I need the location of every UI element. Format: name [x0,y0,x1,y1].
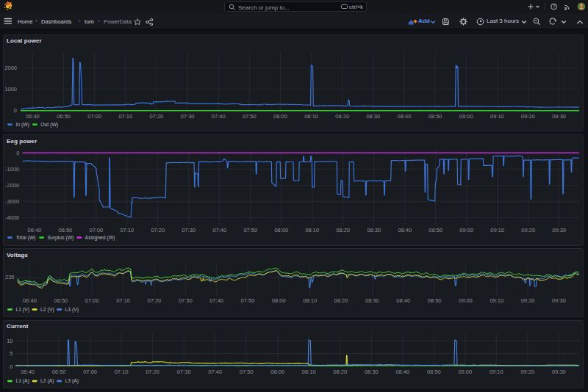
svg-text:06:50: 06:50 [57,113,71,120]
svg-text:07:10: 07:10 [116,297,130,304]
svg-text:07:20: 07:20 [146,369,159,375]
svg-text:08:30: 08:30 [365,297,379,304]
svg-text:07:20: 07:20 [148,297,162,304]
svg-text:08:10: 08:10 [303,297,317,304]
svg-text:06:40: 06:40 [23,297,37,304]
svg-text:09:10: 09:10 [490,113,504,120]
svg-text:06:40: 06:40 [28,227,42,233]
svg-text:07:00: 07:00 [85,297,99,304]
svg-text:07:50: 07:50 [243,227,257,233]
svg-text:09:00: 09:00 [459,297,473,304]
svg-text:09:10: 09:10 [490,297,503,304]
svg-text:08:40: 08:40 [395,369,409,375]
svg-text:08:50: 08:50 [427,369,441,375]
svg-text:07:40: 07:40 [212,227,226,233]
svg-text:Assigned (W): Assigned (W) [85,235,115,241]
svg-text:-2000: -2000 [5,182,19,189]
svg-text:07:20: 07:20 [151,227,165,233]
svg-text:07:50: 07:50 [240,369,254,375]
svg-text:-3000: -3000 [5,198,19,205]
svg-text:2000: 2000 [4,65,17,71]
svg-text:08:30: 08:30 [367,227,381,233]
svg-text:1000: 1000 [4,86,17,92]
svg-text:0: 0 [16,150,19,156]
svg-text:0: 0 [14,107,17,114]
svg-text:L2 (V): L2 (V) [40,307,54,313]
svg-text:07:20: 07:20 [150,113,164,120]
svg-text:07:30: 07:30 [181,113,195,120]
svg-text:08:30: 08:30 [365,369,379,375]
svg-text:09:20: 09:20 [521,227,535,233]
svg-text:07:00: 07:00 [83,369,97,375]
svg-text:Out (W): Out (W) [40,122,58,128]
svg-text:L1 (V): L1 (V) [15,307,29,313]
svg-text:07:40: 07:40 [209,297,223,304]
svg-text:08:20: 08:20 [333,369,347,375]
svg-text:09:30: 09:30 [552,227,566,233]
svg-text:5: 5 [10,350,12,357]
svg-text:09:30: 09:30 [552,297,566,304]
svg-text:10: 10 [7,338,12,344]
svg-text:-4000: -4000 [5,214,19,221]
svg-text:08:40: 08:40 [398,227,412,233]
svg-text:07:40: 07:40 [212,113,226,120]
svg-text:09:30: 09:30 [552,369,566,375]
svg-text:07:40: 07:40 [208,369,222,375]
svg-text:08:50: 08:50 [428,297,442,304]
svg-text:08:10: 08:10 [302,369,316,375]
svg-text:09:00: 09:00 [458,369,472,375]
svg-text:Total (W): Total (W) [15,235,35,241]
svg-text:L3 (V): L3 (V) [65,307,79,313]
svg-text:08:40: 08:40 [398,113,412,120]
svg-text:08:20: 08:20 [334,297,348,304]
svg-text:In (W): In (W) [15,122,29,128]
svg-text:06:40: 06:40 [21,369,35,375]
svg-text:08:20: 08:20 [336,227,350,233]
svg-text:08:10: 08:10 [305,227,319,233]
svg-text:07:30: 07:30 [179,297,193,304]
svg-text:09:00: 09:00 [459,227,473,233]
svg-text:235: 235 [5,274,15,280]
svg-text:08:00: 08:00 [272,297,286,304]
svg-text:08:40: 08:40 [396,297,410,304]
svg-text:09:20: 09:20 [521,297,535,304]
svg-text:07:30: 07:30 [182,227,196,233]
svg-text:06:50: 06:50 [52,369,66,375]
svg-text:07:50: 07:50 [243,113,257,120]
svg-text:09:10: 09:10 [490,227,504,233]
svg-text:07:50: 07:50 [241,297,255,304]
svg-text:08:30: 08:30 [366,113,380,120]
svg-text:0: 0 [10,363,12,370]
svg-text:08:00: 08:00 [273,113,287,120]
svg-text:07:10: 07:10 [115,369,129,375]
svg-text:06:50: 06:50 [59,227,73,233]
svg-text:07:10: 07:10 [118,113,132,120]
svg-text:09:20: 09:20 [520,369,534,375]
svg-text:07:10: 07:10 [120,227,134,233]
svg-text:L2 (A): L2 (A) [40,378,54,384]
svg-text:09:20: 09:20 [521,113,535,120]
svg-text:07:00: 07:00 [90,227,104,233]
svg-text:L3 (A): L3 (A) [65,378,79,384]
svg-text:07:00: 07:00 [87,113,101,120]
svg-text:09:00: 09:00 [459,113,473,120]
svg-text:06:50: 06:50 [54,297,68,304]
svg-text:08:50: 08:50 [429,227,442,233]
svg-text:08:00: 08:00 [274,227,288,233]
svg-text:08:50: 08:50 [429,113,442,120]
svg-text:09:10: 09:10 [490,369,503,375]
svg-text:Surplus (W): Surplus (W) [48,235,74,241]
svg-text:07:30: 07:30 [177,369,191,375]
svg-text:08:20: 08:20 [335,113,349,120]
svg-text:L1 (A): L1 (A) [15,378,29,384]
svg-text:06:40: 06:40 [26,113,40,120]
svg-text:08:10: 08:10 [304,113,318,120]
svg-text:08:00: 08:00 [270,369,284,375]
svg-text:09:30: 09:30 [552,113,566,120]
svg-text:-1000: -1000 [5,166,19,173]
